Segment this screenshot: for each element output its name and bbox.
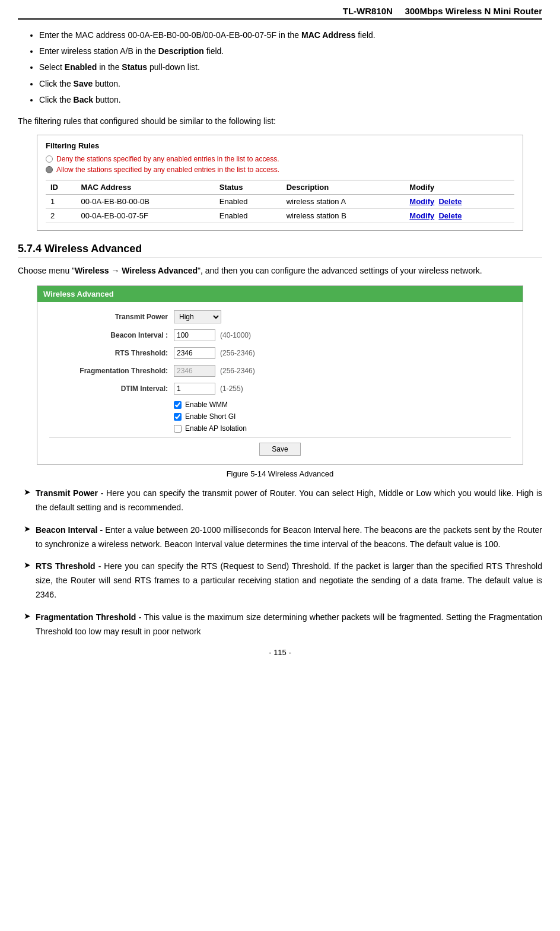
figure-caption: Figure 5-14 Wireless Advanced: [18, 469, 542, 478]
header-product-name: TL-WR810N 300Mbps Wireless N Mini Router: [343, 6, 542, 16]
allow-radio-row[interactable]: Allow the stations specified by any enab…: [46, 166, 514, 174]
transmit-power-label: Transmit Power: [49, 313, 168, 321]
enable-wmm-checkbox[interactable]: [174, 401, 182, 409]
beacon-interval-hint: (40-1000): [220, 331, 251, 339]
arrow-icon-1: ➤: [24, 487, 31, 497]
checkboxes-group: Enable WMM Enable Short GI Enable AP Iso…: [174, 401, 511, 433]
transmit-power-desc-label: Transmit Power -: [36, 488, 103, 498]
row1-status: Enabled: [215, 195, 282, 209]
rts-threshold-desc: ➤ RTS Threshold - Here you can specify t…: [18, 560, 542, 602]
bullet-item-3: Select Enabled in the Status pull-down l…: [39, 60, 542, 75]
dtim-interval-row: DTIM Interval: (1-255): [49, 383, 511, 395]
row1-delete-link[interactable]: Delete: [438, 197, 462, 206]
beacon-interval-desc-content: Beacon Interval - Enter a value between …: [36, 523, 542, 552]
rts-threshold-control: (256-2346): [174, 347, 255, 359]
transmit-power-select[interactable]: High Middle Low: [174, 310, 221, 323]
table-row: 2 00-0A-EB-00-07-5F Enabled wireless sta…: [46, 209, 514, 223]
row2-modify[interactable]: Modify Delete: [405, 209, 514, 223]
row2-mac: 00-0A-EB-00-07-5F: [76, 209, 214, 223]
arrow-icon-2: ➤: [24, 524, 31, 533]
frag-threshold-label: Fragmentation Threshold:: [49, 367, 168, 375]
frag-threshold-control: (256-2346): [174, 365, 255, 377]
transmit-power-row: Transmit Power High Middle Low: [49, 310, 511, 323]
wireless-advanced-box: Wireless Advanced Transmit Power High Mi…: [37, 285, 523, 465]
row2-delete-link[interactable]: Delete: [438, 211, 462, 220]
wireless-advanced-header: Wireless Advanced: [37, 286, 523, 302]
rts-threshold-desc-text: Here you can specify the RTS (Request to…: [36, 561, 542, 599]
frag-threshold-desc-label: Fragmentation Threshold -: [36, 612, 141, 622]
enable-wmm-row: Enable WMM: [174, 401, 511, 409]
page-number: - 115 -: [18, 648, 542, 657]
col-status: Status: [215, 180, 282, 195]
row2-id: 2: [46, 209, 76, 223]
product-description: 300Mbps Wireless N Mini Router: [405, 6, 542, 16]
allow-radio[interactable]: [46, 166, 53, 173]
rts-threshold-desc-label: RTS Threshold -: [36, 561, 101, 571]
col-mac: MAC Address: [76, 180, 214, 195]
model-name: TL-WR810N: [343, 6, 393, 16]
rts-threshold-desc-content: RTS Threshold - Here you can specify the…: [36, 560, 542, 602]
wireless-advanced-body: Transmit Power High Middle Low Beacon In…: [37, 302, 523, 464]
rts-threshold-label: RTS Threshold:: [49, 349, 168, 357]
beacon-interval-desc-label: Beacon Interval -: [36, 525, 103, 535]
enable-ap-isolation-label: Enable AP Isolation: [185, 424, 247, 433]
header: TL-WR810N 300Mbps Wireless N Mini Router: [18, 6, 542, 20]
beacon-interval-label: Beacon Interval :: [49, 331, 168, 339]
filtering-table: ID MAC Address Status Description Modify…: [46, 180, 514, 223]
bullet-item-5: Click the Back button.: [39, 93, 542, 107]
bullet-item-1: Enter the MAC address 00-0A-EB-B0-00-0B/…: [39, 28, 542, 43]
frag-threshold-input: [174, 365, 215, 377]
enable-ap-isolation-checkbox[interactable]: [174, 425, 182, 433]
rts-threshold-input[interactable]: [174, 347, 215, 359]
col-id: ID: [46, 180, 76, 195]
row1-mac: 00-0A-EB-B0-00-0B: [76, 195, 214, 209]
beacon-interval-row: Beacon Interval : (40-1000): [49, 329, 511, 341]
row1-modify-link[interactable]: Modify: [409, 197, 434, 206]
dtim-interval-hint: (1-255): [220, 385, 243, 393]
arrow-icon-4: ➤: [24, 611, 31, 621]
dtim-interval-label: DTIM Interval:: [49, 385, 168, 393]
col-modify: Modify: [405, 180, 514, 195]
row1-id: 1: [46, 195, 76, 209]
enable-wmm-label: Enable WMM: [185, 401, 228, 409]
section-intro: Choose menu "Wireless → Wireless Advance…: [18, 264, 542, 278]
frag-threshold-row: Fragmentation Threshold: (256-2346): [49, 365, 511, 377]
bullet-list: Enter the MAC address 00-0A-EB-B0-00-0B/…: [18, 28, 542, 107]
bullet-item-2: Enter wireless station A/B in the Descri…: [39, 44, 542, 59]
section-heading: 5.7.4 Wireless Advanced: [18, 243, 542, 258]
allow-radio-label: Allow the stations specified by any enab…: [56, 166, 279, 174]
frag-threshold-hint: (256-2346): [220, 367, 255, 375]
row1-desc: wireless station A: [282, 195, 405, 209]
transmit-power-desc: ➤ Transmit Power - Here you can specify …: [18, 487, 542, 515]
row2-desc: wireless station B: [282, 209, 405, 223]
save-row: Save: [49, 437, 511, 458]
row1-modify[interactable]: Modify Delete: [405, 195, 514, 209]
filtering-intro: The filtering rules that configured shou…: [18, 115, 542, 128]
transmit-power-desc-text: Here you can specify the transmit power …: [36, 488, 542, 512]
filtering-rules-box: Filtering Rules Deny the stations specif…: [37, 135, 523, 231]
deny-radio-label: Deny the stations specified by any enabl…: [56, 155, 279, 163]
beacon-interval-input[interactable]: [174, 329, 215, 341]
dtim-interval-input[interactable]: [174, 383, 215, 395]
transmit-power-control: High Middle Low: [174, 310, 221, 323]
save-button[interactable]: Save: [259, 443, 300, 456]
beacon-interval-control: (40-1000): [174, 329, 251, 341]
bullet-item-4: Click the Save button.: [39, 77, 542, 91]
transmit-power-desc-content: Transmit Power - Here you can specify th…: [36, 487, 542, 515]
enable-short-gi-row: Enable Short GI: [174, 412, 511, 421]
deny-radio[interactable]: [46, 155, 53, 163]
enable-short-gi-label: Enable Short GI: [185, 412, 236, 421]
row2-status: Enabled: [215, 209, 282, 223]
rts-threshold-hint: (256-2346): [220, 349, 255, 357]
filtering-rules-title: Filtering Rules: [46, 141, 514, 150]
frag-threshold-desc-content: Fragmentation Threshold - This value is …: [36, 611, 542, 639]
col-description: Description: [282, 180, 405, 195]
dtim-interval-control: (1-255): [174, 383, 243, 395]
enable-short-gi-checkbox[interactable]: [174, 413, 182, 421]
frag-threshold-desc: ➤ Fragmentation Threshold - This value i…: [18, 611, 542, 639]
beacon-interval-desc: ➤ Beacon Interval - Enter a value betwee…: [18, 523, 542, 552]
enable-ap-isolation-row: Enable AP Isolation: [174, 424, 511, 433]
table-row: 1 00-0A-EB-B0-00-0B Enabled wireless sta…: [46, 195, 514, 209]
deny-radio-row[interactable]: Deny the stations specified by any enabl…: [46, 155, 514, 163]
row2-modify-link[interactable]: Modify: [409, 211, 434, 220]
